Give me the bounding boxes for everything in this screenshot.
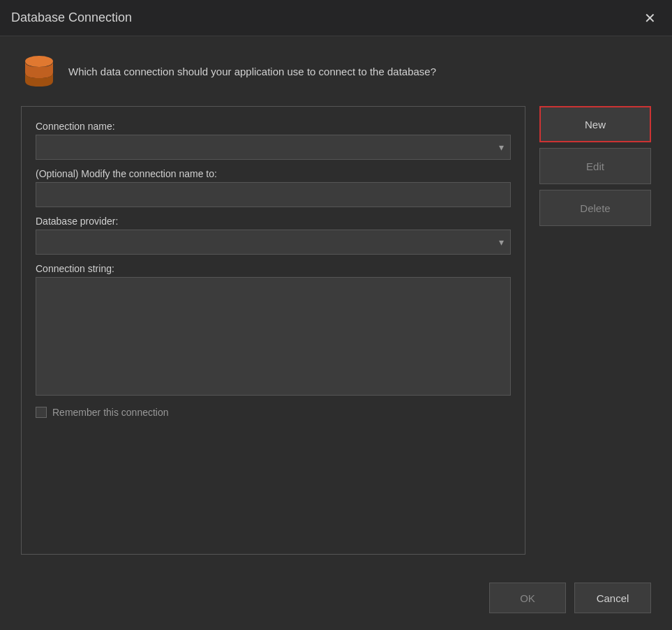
close-button[interactable]: ✕ bbox=[639, 7, 661, 29]
question-text: Which data connection should your applic… bbox=[68, 66, 436, 77]
provider-label: Database provider: bbox=[36, 216, 511, 227]
remember-label: Remember this connection bbox=[52, 407, 169, 418]
question-row: Which data connection should your applic… bbox=[21, 53, 651, 89]
database-icon bbox=[21, 53, 57, 89]
title-bar: Database Connection ✕ bbox=[0, 0, 672, 36]
form-panel: Connection name: ▾ (Optional) Modify the… bbox=[21, 106, 525, 555]
cancel-button[interactable]: Cancel bbox=[574, 583, 651, 613]
connection-string-label: Connection string: bbox=[36, 263, 511, 274]
connection-string-group: Connection string: bbox=[36, 263, 511, 396]
svg-point-0 bbox=[25, 56, 53, 67]
provider-group: Database provider: ▾ bbox=[36, 216, 511, 255]
buttons-panel: New Edit Delete bbox=[539, 106, 651, 555]
provider-select[interactable] bbox=[36, 230, 511, 255]
provider-select-wrapper: ▾ bbox=[36, 230, 511, 255]
connection-name-group: Connection name: ▾ bbox=[36, 121, 511, 160]
connection-name-select[interactable] bbox=[36, 135, 511, 160]
connection-string-textarea[interactable] bbox=[36, 277, 511, 396]
dialog-footer: OK Cancel bbox=[0, 571, 672, 630]
delete-button[interactable]: Delete bbox=[539, 190, 651, 226]
new-button[interactable]: New bbox=[539, 106, 651, 142]
modify-name-label: (Optional) Modify the connection name to… bbox=[36, 168, 511, 179]
connection-name-label: Connection name: bbox=[36, 121, 511, 132]
connection-name-select-wrapper: ▾ bbox=[36, 135, 511, 160]
database-connection-dialog: Database Connection ✕ Which data connect… bbox=[0, 0, 672, 630]
modify-name-input[interactable] bbox=[36, 182, 511, 207]
modify-name-group: (Optional) Modify the connection name to… bbox=[36, 168, 511, 207]
remember-row: Remember this connection bbox=[36, 407, 511, 418]
ok-button[interactable]: OK bbox=[489, 583, 566, 613]
dialog-body: Which data connection should your applic… bbox=[0, 36, 672, 571]
dialog-title: Database Connection bbox=[11, 10, 132, 25]
edit-button[interactable]: Edit bbox=[539, 148, 651, 184]
remember-checkbox[interactable] bbox=[36, 407, 47, 418]
main-content: Connection name: ▾ (Optional) Modify the… bbox=[21, 106, 651, 555]
